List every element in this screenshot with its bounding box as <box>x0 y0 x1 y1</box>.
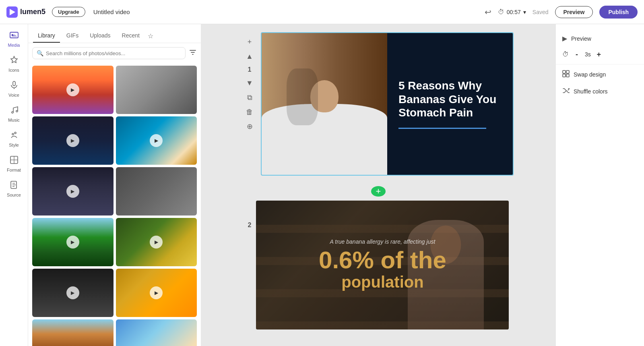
sidebar-item-voice[interactable]: Voice <box>2 77 27 101</box>
media-thumb[interactable] <box>116 319 197 346</box>
media-thumb[interactable]: ▶ <box>116 218 197 266</box>
upgrade-button[interactable]: Upgrade <box>52 7 85 17</box>
sidebar-item-media[interactable]: Media <box>2 27 27 51</box>
play-button[interactable]: ▶ <box>66 236 79 249</box>
add-overlay-button[interactable]: ⊕ <box>243 120 256 133</box>
slide-controls-1: + ▲ 1 ▼ ⧉ 🗑 ⊕ <box>243 32 256 133</box>
slide2-content: A true banana allergy is rare, affecting… <box>256 201 509 329</box>
timer-plus-button[interactable]: + <box>594 50 604 59</box>
duplicate-button[interactable]: ⧉ <box>243 91 256 104</box>
music-icon <box>10 106 19 117</box>
slide-card-2[interactable]: A true banana allergy is rare, affecting… <box>256 201 509 329</box>
saved-status: Saved <box>533 9 549 15</box>
slide-number-1: 1 <box>248 66 252 73</box>
slide-card-1[interactable]: 5 Reasons Why Bananas Give You Stomach P… <box>261 32 514 176</box>
timer-duration-icon: ⏱ <box>562 51 569 58</box>
media-thumb[interactable] <box>116 66 197 114</box>
add-scene-button[interactable]: + <box>243 35 256 48</box>
svg-point-7 <box>16 110 18 112</box>
sidebar-item-format[interactable]: Format <box>2 152 27 176</box>
sidebar-item-music[interactable]: Music <box>2 102 27 126</box>
slide2-poptext: population <box>341 272 423 292</box>
move-up-button[interactable]: ▲ <box>243 50 256 63</box>
slide-number-2: 2 <box>248 222 252 229</box>
voice-icon <box>10 81 19 92</box>
svg-rect-4 <box>13 81 15 86</box>
delete-button[interactable]: 🗑 <box>243 106 256 118</box>
slide2-bignum: 0.6% of the <box>319 248 446 272</box>
preview-item[interactable]: ▶ Preview <box>556 31 644 46</box>
tab-gifs[interactable]: GIFs <box>62 29 83 43</box>
topnav-right: ↩ ⏱ 00:57 ▾ Saved Preview Publish <box>485 6 638 19</box>
play-button[interactable]: ▶ <box>66 134 79 147</box>
search-box: 🔍 <box>32 47 186 59</box>
media-thumb[interactable]: ▶ <box>32 269 114 317</box>
slide1-title: 5 Reasons Why Bananas Give You Stomach P… <box>398 79 502 120</box>
media-thumb[interactable]: ▶ <box>116 116 197 165</box>
sidebar: Media Icons Voice Music Style <box>0 24 28 346</box>
svg-rect-17 <box>563 70 566 73</box>
swap-design-icon <box>562 70 570 79</box>
timer-minus-button[interactable]: - <box>572 50 582 59</box>
timer-controls: ⏱ - 3s + <box>556 46 644 62</box>
svg-point-6 <box>12 112 13 113</box>
sidebar-item-label-music: Music <box>8 118 20 122</box>
svg-point-9 <box>14 132 16 134</box>
media-grid: ▶ ▶ ▶ ▶ ▶ ▶ <box>28 63 201 346</box>
slide-section-2: 2 A true banana allergy is rare, affecti… <box>248 201 509 329</box>
media-thumb[interactable] <box>32 319 114 346</box>
play-button[interactable]: ▶ <box>66 185 79 198</box>
add-slide-button[interactable]: + <box>371 186 386 197</box>
tab-library[interactable]: Library <box>33 29 60 43</box>
move-down-button[interactable]: ▼ <box>243 77 256 89</box>
svg-rect-19 <box>563 74 566 77</box>
media-thumb[interactable]: ▶ <box>32 218 114 266</box>
slide-controls-2: 2 <box>248 201 252 230</box>
slide2-inner: A true banana allergy is rare, affecting… <box>256 201 509 329</box>
right-panel: ▶ Preview ⏱ - 3s + Swap design Shuffle c… <box>555 24 644 346</box>
media-thumb[interactable]: ▶ <box>32 167 114 215</box>
shuffle-colors-item[interactable]: Shuffle colors <box>556 83 644 100</box>
main-layout: Media Icons Voice Music Style <box>0 24 644 346</box>
swap-design-label: Swap design <box>574 71 606 78</box>
tab-recent[interactable]: Recent <box>117 29 144 43</box>
format-icon <box>10 155 19 167</box>
media-thumb[interactable]: ▶ <box>32 66 114 114</box>
preview-label: Preview <box>571 35 591 42</box>
svg-point-8 <box>12 133 14 135</box>
search-input[interactable] <box>46 50 181 56</box>
sidebar-item-style[interactable]: Style <box>2 127 27 151</box>
style-icon <box>10 131 19 142</box>
sidebar-item-label-format: Format <box>7 168 21 172</box>
shuffle-colors-label: Shuffle colors <box>574 88 608 95</box>
media-icon <box>10 31 19 42</box>
slide1-dark: 5 Reasons Why Bananas Give You Stomach P… <box>387 33 513 175</box>
slide2-subtitle: A true banana allergy is rare, affecting… <box>330 238 436 245</box>
favorites-star-icon[interactable]: ☆ <box>148 32 153 40</box>
clock-icon: ⏱ <box>498 8 504 16</box>
sidebar-item-icons[interactable]: Icons <box>2 52 27 76</box>
filter-icon[interactable] <box>189 48 197 58</box>
sidebar-item-label-voice: Voice <box>8 93 19 97</box>
media-thumb[interactable] <box>116 167 197 215</box>
sidebar-item-label-media: Media <box>8 43 20 48</box>
play-icon: ▶ <box>562 35 567 42</box>
play-button[interactable]: ▶ <box>66 286 79 299</box>
swap-design-item[interactable]: Swap design <box>556 66 644 83</box>
sidebar-item-label-style: Style <box>9 143 19 147</box>
timer-button[interactable]: ⏱ 00:57 ▾ <box>498 8 526 16</box>
preview-button[interactable]: Preview <box>555 6 593 18</box>
tab-uploads[interactable]: Uploads <box>85 29 115 43</box>
media-thumb[interactable]: ▶ <box>32 116 114 165</box>
timer-chevron-icon: ▾ <box>523 9 526 15</box>
undo-button[interactable]: ↩ <box>485 7 491 17</box>
play-button[interactable]: ▶ <box>150 236 163 249</box>
slide1-inner: 5 Reasons Why Bananas Give You Stomach P… <box>262 33 513 175</box>
topnav: lumen5 Upgrade Untitled video ↩ ⏱ 00:57 … <box>0 0 644 24</box>
play-button[interactable]: ▶ <box>150 286 163 299</box>
play-button[interactable]: ▶ <box>66 83 79 96</box>
play-button[interactable]: ▶ <box>150 134 163 147</box>
sidebar-item-source[interactable]: Source <box>2 177 27 201</box>
media-thumb[interactable]: ▶ <box>116 269 197 317</box>
publish-button[interactable]: Publish <box>599 6 638 19</box>
